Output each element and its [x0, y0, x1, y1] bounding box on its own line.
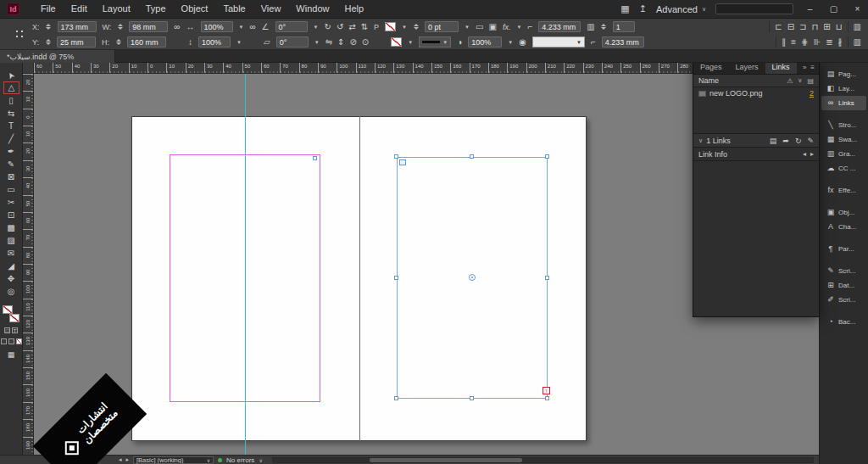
dock-script-label[interactable]: ✐ Scri...: [821, 293, 866, 307]
dock-stroke[interactable]: ╲ Stro...: [821, 118, 866, 132]
menu-table[interactable]: Table: [215, 0, 253, 18]
vertical-guide[interactable]: [245, 74, 246, 455]
preset-dropdown[interactable]: ▼: [532, 36, 585, 48]
select-content-icon[interactable]: ⊙: [362, 38, 369, 47]
scale-y-input[interactable]: 100%: [198, 36, 231, 48]
align-center-h-icon[interactable]: ⊟: [787, 23, 794, 31]
distribute-top-icon[interactable]: ⊪: [813, 38, 821, 47]
dock-data-merge[interactable]: ⊞ Dat...: [821, 278, 866, 293]
align-left-icon[interactable]: ⊏: [775, 23, 782, 31]
dock-background-tasks[interactable]: ◔ Bac...: [821, 315, 866, 329]
dock-gradient[interactable]: ▥ Gra...: [821, 147, 866, 161]
fill-color-swatch[interactable]: [3, 305, 13, 314]
frame-handle-bottom-left[interactable]: [394, 396, 398, 400]
modified-link-badge[interactable]: !: [542, 387, 550, 394]
distribute-bottom-icon[interactable]: ∦: [838, 38, 843, 47]
rotation-input[interactable]: 0°: [275, 21, 308, 32]
formatting-container-icon[interactable]: □: [4, 327, 10, 333]
rectangle-tool[interactable]: ▭: [3, 183, 19, 196]
type-tool[interactable]: T: [3, 120, 19, 132]
edit-original-button[interactable]: ✎: [807, 137, 814, 145]
frame-handle-middle-left[interactable]: [394, 276, 398, 280]
scrollbar-thumb[interactable]: [370, 458, 522, 462]
rectangle-frame-tool[interactable]: ⊠: [3, 171, 19, 183]
links-filter-icon[interactable]: ⚠: [787, 77, 793, 85]
document-tab[interactable]: *سیلاب.indd @ 75%: [0, 50, 115, 63]
w-input[interactable]: 98 mm: [129, 21, 168, 32]
pen-tool[interactable]: ✒: [3, 145, 19, 158]
frame-handle-top-left[interactable]: [394, 154, 398, 159]
x-input[interactable]: 173 mm: [58, 21, 97, 32]
search-input[interactable]: [715, 3, 793, 14]
stroke-dropdown-arrow[interactable]: ▼: [408, 40, 413, 45]
opacity-dropdown-arrow[interactable]: ▼: [508, 40, 513, 45]
frame-fitting-icon[interactable]: ▣: [488, 23, 496, 31]
dock-paragraph-styles[interactable]: ¶ Par...: [821, 242, 866, 256]
preflight-profile-dropdown[interactable]: [Basic] (working) ∨: [133, 456, 214, 464]
frame-handle-bottom-right[interactable]: [545, 396, 549, 400]
menu-file[interactable]: File: [33, 0, 64, 18]
align-bottom-icon[interactable]: ⊔: [836, 23, 843, 31]
links-page-column-icon[interactable]: ▤: [807, 77, 814, 85]
dock-swatches[interactable]: ▦ Swa...: [821, 132, 866, 147]
fill-swatch[interactable]: [385, 22, 396, 31]
shear-input[interactable]: 0°: [276, 36, 309, 48]
dock-layers[interactable]: ◧ Lay...: [821, 81, 866, 96]
control-panel-more-icon-2[interactable]: ▥: [854, 38, 861, 47]
stroke-weight-dropdown-arrow[interactable]: ▼: [465, 25, 470, 30]
workspace-switcher[interactable]: Advanced ∨: [656, 4, 706, 14]
gutter-input[interactable]: 4.233 mm: [602, 36, 644, 48]
y-input[interactable]: 25 mm: [57, 36, 96, 48]
stroke-style-dropdown[interactable]: ▼: [419, 36, 451, 48]
horizontal-scrollbar[interactable]: [272, 457, 814, 463]
effects-menu-button[interactable]: fx.: [503, 23, 511, 31]
link-page-number[interactable]: 2: [810, 89, 814, 98]
previous-page-button[interactable]: ◂: [119, 456, 122, 463]
maximize-button[interactable]: ▢: [826, 4, 841, 14]
gap-tool[interactable]: ⇆: [3, 107, 19, 120]
gradient-swatch-tool[interactable]: ▩: [3, 221, 19, 234]
ruler-origin-corner[interactable]: [23, 63, 34, 74]
clear-transformations-icon[interactable]: ⊘: [349, 38, 356, 47]
scissors-tool[interactable]: ✂: [3, 196, 19, 209]
distribute-middle-icon[interactable]: ≣: [826, 38, 832, 47]
stroke-swatch[interactable]: [391, 37, 402, 47]
dock-scripts[interactable]: ✎ Scri...: [821, 264, 866, 278]
stroke-color-swatch[interactable]: [9, 314, 19, 322]
align-center-v-icon[interactable]: ⊞: [823, 23, 830, 31]
align-top-icon[interactable]: ⊓: [812, 23, 819, 31]
gradient-feather-tool[interactable]: ▨: [3, 234, 19, 247]
flip-vertical-icon[interactable]: ⇅: [361, 23, 368, 31]
menu-view[interactable]: View: [253, 0, 289, 18]
shear-dropdown-arrow[interactable]: ▼: [314, 40, 320, 45]
links-filter-caret[interactable]: ∨: [798, 77, 802, 84]
menu-edit[interactable]: Edit: [64, 0, 95, 18]
scale-x-dropdown-arrow[interactable]: ▼: [239, 25, 244, 30]
reference-point-proxy[interactable]: [14, 28, 26, 41]
columns-stepper[interactable]: [601, 22, 607, 32]
goto-link-button[interactable]: ➦: [782, 137, 789, 145]
dock-effects[interactable]: fx Effe...: [821, 183, 866, 198]
pencil-tool[interactable]: ✎: [3, 158, 19, 171]
y-stepper[interactable]: [45, 37, 51, 48]
corner-options-icon[interactable]: ▭: [476, 23, 483, 31]
next-page-button[interactable]: ▸: [126, 456, 130, 463]
fill-stroke-proxy[interactable]: [3, 305, 19, 322]
relink-button[interactable]: ▤: [770, 137, 777, 145]
dock-character-styles[interactable]: A Cha...: [821, 220, 866, 234]
distribute-center-icon[interactable]: ≡: [791, 38, 796, 47]
frame-anchor-badge[interactable]: [399, 159, 406, 165]
rotate-ccw-icon[interactable]: ↺: [337, 23, 343, 31]
opacity-input[interactable]: 100%: [468, 36, 502, 48]
links-section-caret[interactable]: ∨: [698, 137, 703, 144]
control-panel-more-icon[interactable]: ▥: [854, 23, 861, 31]
rotation-dropdown-arrow[interactable]: ▼: [314, 25, 319, 30]
effects-dropdown-arrow[interactable]: ▼: [516, 25, 521, 30]
minimize-button[interactable]: –: [803, 4, 817, 14]
menu-help[interactable]: Help: [337, 0, 371, 18]
app-grid-icon[interactable]: ▦: [620, 3, 629, 14]
h-input[interactable]: 160 mm: [127, 36, 166, 48]
formatting-text-icon[interactable]: T: [12, 327, 18, 333]
columns-input[interactable]: 1: [613, 21, 635, 32]
preflight-status-caret[interactable]: ∨: [259, 457, 262, 463]
